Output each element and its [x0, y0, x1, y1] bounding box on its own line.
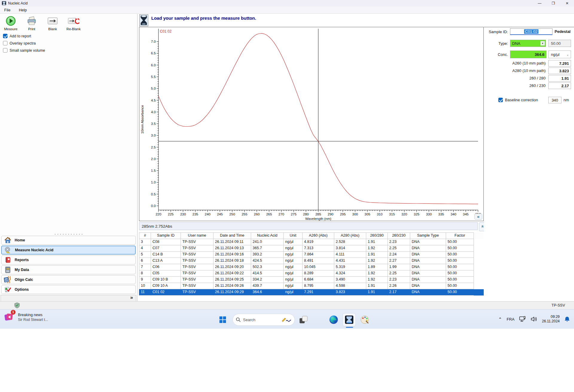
menu-file[interactable]: File — [0, 7, 15, 13]
cell: C14 B — [151, 252, 181, 258]
nanodrop-app-icon — [345, 315, 354, 324]
cell: ng/µl — [284, 239, 303, 245]
cell: 50.00 — [446, 283, 474, 289]
cell: TP-SSV — [181, 264, 213, 270]
cell: Factor — [446, 232, 474, 239]
volume-icon[interactable] — [531, 316, 537, 322]
cell: Sample Type — [410, 232, 446, 239]
cell: 2.23 — [388, 239, 410, 245]
table-row[interactable]: 8C05TP-SSV26.11.2024 09:22414.5ng/µl8.28… — [139, 270, 484, 277]
restore-icon[interactable]: ❐ — [546, 0, 560, 7]
table-row[interactable]: 6C13 ATP-SSV26.11.2024 09:18424.5ng/µl8.… — [139, 258, 484, 264]
cell: 2.17 — [388, 289, 410, 295]
sample-id-input[interactable]: C01 02 — [510, 28, 552, 35]
cell: TP-SSV — [181, 283, 213, 289]
x-axis-title: Wavelength (nm) — [305, 217, 331, 220]
table-row[interactable]: 10C09 10 ATP-SSV26.11.2024 09:26439.7ng/… — [139, 283, 484, 289]
blank-button[interactable]: Blank — [44, 15, 61, 31]
table-row[interactable]: 11C01 02TP-SSV26.11.2024 09:29364.6ng/µl… — [139, 289, 484, 295]
cell: 4.819 — [303, 239, 334, 245]
task-view-button[interactable] — [299, 315, 308, 324]
checkbox-checked-icon — [498, 98, 503, 102]
table-row[interactable]: 3C08TP-SSV26.11.2024 09:11241.0ng/µl4.81… — [139, 239, 484, 245]
sidebar-item-oligo-calc[interactable]: Oligo Calc — [1, 275, 136, 284]
baseline-unit-label: nm — [564, 98, 569, 102]
cell: 241.0 — [251, 239, 284, 245]
menu-help[interactable]: Help — [15, 7, 31, 13]
cell: 2.25 — [388, 270, 410, 277]
table-row[interactable]: 9C09 10 BTP-SSV26.11.2024 09:25334.2ng/µ… — [139, 277, 484, 283]
start-button[interactable] — [217, 314, 228, 325]
baseline-correction-checkbox[interactable]: Baseline correction — [498, 98, 538, 102]
notification-bell-icon[interactable] — [564, 316, 570, 322]
cell: 10 — [139, 283, 151, 289]
spectrum-plot[interactable]: 0.00.51.01.52.02.53.03.54.04.55.05.56.06… — [139, 27, 483, 221]
type-dropdown[interactable]: DNA ▾ — [510, 40, 546, 47]
language-indicator[interactable]: FRA — [507, 317, 515, 321]
cell: 26.11.2024 09:18 — [213, 258, 251, 264]
search-input[interactable]: Search — [233, 314, 295, 326]
cell: ng/µl — [284, 258, 303, 264]
svg-text:4.5: 4.5 — [151, 99, 156, 102]
svg-text:235: 235 — [193, 212, 198, 216]
sidebar-item-my-data[interactable]: My Data — [1, 265, 136, 274]
sidebar-footer: » — [1, 295, 136, 301]
add-to-report-checkbox[interactable]: Add to report — [3, 34, 31, 38]
notification-badge: 1 — [11, 310, 16, 315]
cell: ng/µl — [284, 252, 303, 258]
cell: DNA — [410, 289, 446, 295]
a260-value: 7.291 — [548, 60, 571, 67]
cell: C07 — [151, 245, 181, 252]
svg-text:285: 285 — [315, 212, 321, 216]
reblank-arrow-icon — [68, 15, 79, 27]
ratio-260-230-value: 2.17 — [548, 82, 571, 89]
clock[interactable]: 09:29 26.11.2024 — [542, 315, 560, 324]
sidebar-expand-icon[interactable]: » — [130, 295, 133, 301]
print-button[interactable]: Print — [23, 15, 40, 31]
widgets-button[interactable]: 1 Breaking news Sir Rod Stewart t... — [4, 312, 48, 323]
sidebar-item-reports[interactable]: Reports — [1, 255, 136, 264]
minimize-icon[interactable]: — — [533, 0, 546, 7]
dropdown-arrow-icon: ▾ — [540, 41, 545, 46]
cell: 5.319 — [334, 264, 366, 270]
factor-field[interactable]: 50.00 — [548, 40, 571, 47]
collapse-panel-icon[interactable]: « — [474, 214, 482, 220]
checkbox-checked-icon — [3, 34, 7, 38]
cell: C13 A — [151, 258, 181, 264]
cell: DNA — [410, 283, 446, 289]
y-axis-title: 10mm Absorbance — [141, 105, 144, 134]
calculator-dna-icon — [4, 276, 12, 283]
cell: 50.00 — [446, 239, 474, 245]
cell: 50.00 — [446, 289, 474, 295]
table-row[interactable]: 4C07TP-SSV26.11.2024 09:13365.7ng/µl7.31… — [139, 245, 484, 252]
edge-browser-button[interactable] — [329, 315, 338, 324]
mode-label: Pedestal — [555, 29, 573, 34]
svg-text:2.5: 2.5 — [151, 146, 156, 149]
sidebar-item-measure-nucleic-acid[interactable]: Measure Nucleic Acid — [1, 246, 136, 255]
table-header-row[interactable]: #Sample IDUser nameDate and TimeNucleic … — [139, 232, 484, 239]
table-row[interactable]: 5C14 BTP-SSV26.11.2024 09:16393.2ng/µl7.… — [139, 252, 484, 258]
baseline-wavelength-field[interactable]: 340 — [548, 97, 561, 103]
close-icon[interactable]: ✕ — [560, 0, 574, 7]
nanodrop-app-button-active[interactable] — [343, 313, 356, 326]
table-row[interactable]: 7C06TP-SSV26.11.2024 09:20502.3ng/µl10.0… — [139, 264, 484, 270]
svg-text:255: 255 — [242, 212, 247, 216]
cell: 1.91 — [366, 252, 388, 258]
cell: DNA — [410, 245, 446, 252]
svg-text:220: 220 — [155, 212, 161, 216]
results-table: #Sample IDUser nameDate and TimeNucleic … — [139, 232, 484, 295]
cell: Sample ID — [151, 232, 181, 239]
splitter-handle[interactable] — [54, 233, 84, 235]
conc-unit-dropdown[interactable]: ng/µl ⌄ — [548, 50, 571, 58]
paint-app-button[interactable] — [360, 315, 370, 324]
network-icon[interactable] — [519, 316, 526, 322]
reblank-button[interactable]: Re-Blank — [65, 15, 82, 31]
tray-expand-icon[interactable]: ⌃ — [498, 317, 502, 321]
svg-text:250: 250 — [229, 212, 235, 216]
small-sample-volume-checkbox[interactable]: Small sample volume — [3, 48, 45, 53]
overlay-spectra-checkbox[interactable]: Overlay spectra — [3, 41, 36, 45]
measure-button[interactable]: Measure — [2, 15, 19, 31]
sidebar-item-home[interactable]: Home — [1, 236, 136, 245]
cell: 26.11.2024 09:16 — [213, 252, 251, 258]
sidebar-item-options[interactable]: Options — [1, 285, 136, 294]
